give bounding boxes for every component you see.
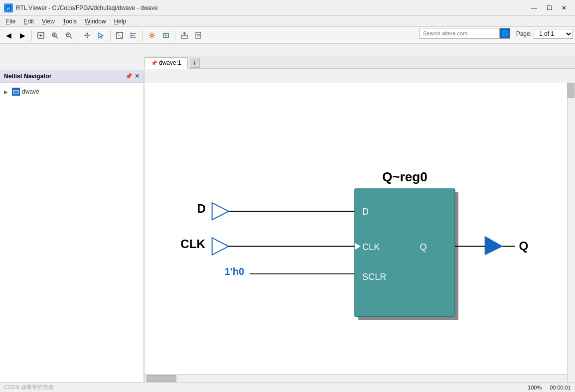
clk-input-label: CLK xyxy=(180,237,205,251)
rtl-diagram-svg: D CLK 1'h0 Q~reg0 D CLK xyxy=(144,83,575,392)
reg-d-port-label: D xyxy=(362,207,369,217)
netlist-icon-close[interactable]: ✕ xyxy=(135,73,140,80)
zoom-out-button[interactable] xyxy=(62,29,75,42)
tab-label: dwave:1 xyxy=(159,59,181,66)
netlist-tree: ▶ dwave xyxy=(0,83,144,392)
status-bar: CSDN @斯蒂烂茬黄 100% 00:00:01 xyxy=(0,382,575,392)
close-button[interactable]: ✕ xyxy=(557,2,571,13)
svg-point-14 xyxy=(131,32,132,34)
menu-file[interactable]: File xyxy=(2,17,19,26)
reg-q-port-label: Q xyxy=(420,242,427,252)
tab-dwave1[interactable]: 📌 dwave:1 xyxy=(144,57,188,69)
export1-button[interactable] xyxy=(178,29,191,42)
watermark: CSDN @斯蒂烂茬黄 xyxy=(4,384,54,391)
page-label: Page: xyxy=(516,30,532,37)
tab-pin-icon: 📌 xyxy=(151,60,157,66)
app-icon: R xyxy=(4,3,13,12)
menu-view[interactable]: View xyxy=(38,17,59,26)
netlist-button[interactable] xyxy=(127,29,140,42)
pan-button[interactable] xyxy=(81,29,94,42)
select-button[interactable] xyxy=(95,29,108,42)
svg-point-15 xyxy=(131,34,132,36)
settings1-button[interactable] xyxy=(145,29,158,42)
diagram-area[interactable]: D CLK 1'h0 Q~reg0 D CLK xyxy=(144,83,575,392)
tabs-row: 📌 dwave:1 + xyxy=(144,56,575,69)
svg-line-13 xyxy=(117,32,123,38)
svg-line-6 xyxy=(56,36,58,38)
settings2-button[interactable] xyxy=(159,29,172,42)
d-input-buffer xyxy=(212,203,229,220)
v-scroll-thumb[interactable] xyxy=(568,83,575,98)
constant-label: 1'h0 xyxy=(225,266,244,277)
globe-icon[interactable]: 🌐 xyxy=(499,28,510,39)
main-layout: Netlist Navigator 📌 ✕ ▶ dwave D CLK xyxy=(0,70,575,392)
window-title: RTL Viewer - C:/Code/FPGA/dchufaqi/dwave… xyxy=(16,4,527,11)
maximize-button[interactable]: ☐ xyxy=(542,2,556,13)
horizontal-scrollbar[interactable] xyxy=(144,374,567,382)
timer: 00:00:01 xyxy=(550,385,571,391)
menu-help[interactable]: Help xyxy=(110,17,131,26)
reg-sclr-port-label: SCLR xyxy=(362,272,386,282)
netlist-header-icons: 📌 ✕ xyxy=(125,73,140,80)
window-controls: — ☐ ✕ xyxy=(527,2,571,13)
page-control: Page: 1 of 1 xyxy=(516,29,573,39)
search-box: 🌐 xyxy=(420,28,510,39)
menu-tools[interactable]: Tools xyxy=(59,17,81,26)
q-output-buffer xyxy=(485,236,502,255)
tree-arrow-icon: ▶ xyxy=(4,89,10,95)
netlist-title: Netlist Navigator xyxy=(4,73,51,80)
svg-line-10 xyxy=(70,36,72,38)
svg-point-20 xyxy=(151,34,153,36)
back-button[interactable]: ◀ xyxy=(2,29,15,42)
netlist-navigator-header: Netlist Navigator 📌 ✕ xyxy=(0,70,144,83)
fit-button[interactable] xyxy=(34,29,47,42)
svg-rect-22 xyxy=(196,32,201,38)
zoom-in-button[interactable] xyxy=(48,29,61,42)
forward-button[interactable]: ▶ xyxy=(16,29,29,42)
reg-clk-port-label: CLK xyxy=(362,242,380,252)
clk-input-buffer xyxy=(212,238,229,255)
netlist-icon-pin[interactable]: 📌 xyxy=(125,73,133,80)
svg-text:R: R xyxy=(7,6,9,10)
page-selector[interactable]: 1 of 1 xyxy=(534,29,573,39)
tree-node-icon xyxy=(12,88,20,96)
h-scroll-thumb[interactable] xyxy=(146,375,176,382)
reg-block xyxy=(355,189,455,316)
tree-node-label: dwave xyxy=(22,88,39,95)
search-input[interactable] xyxy=(420,28,499,39)
title-bar: R RTL Viewer - C:/Code/FPGA/dchufaqi/dwa… xyxy=(0,0,575,16)
d-input-label: D xyxy=(197,202,205,215)
highlight-button[interactable] xyxy=(113,29,126,42)
export2-button[interactable] xyxy=(192,29,205,42)
minimize-button[interactable]: — xyxy=(527,2,541,13)
svg-rect-25 xyxy=(13,90,18,94)
zoom-level: 100% xyxy=(528,385,542,391)
menu-edit[interactable]: Edit xyxy=(19,17,38,26)
reg-name-label: Q~reg0 xyxy=(382,169,428,184)
menu-bar: File Edit View Tools Window Help xyxy=(0,16,575,27)
tree-item-dwave[interactable]: ▶ dwave xyxy=(2,87,142,97)
add-tab-button[interactable]: + xyxy=(190,58,200,68)
left-panel: Netlist Navigator 📌 ✕ ▶ dwave xyxy=(0,70,144,392)
svg-point-16 xyxy=(131,36,132,38)
menu-window[interactable]: Window xyxy=(81,17,110,26)
vertical-scrollbar[interactable] xyxy=(567,83,575,384)
q-output-label: Q xyxy=(519,239,528,253)
